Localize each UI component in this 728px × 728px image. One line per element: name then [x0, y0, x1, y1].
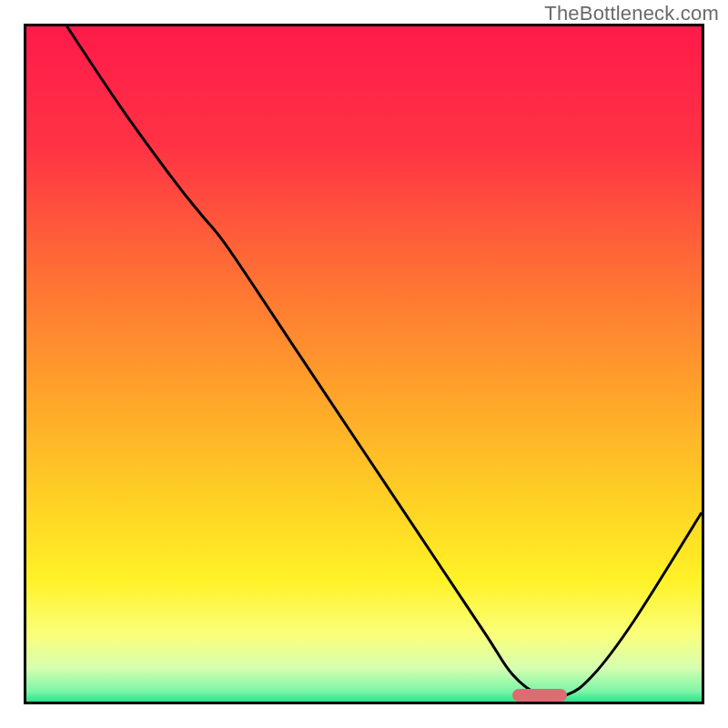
plot-area: [24, 24, 704, 704]
watermark-text: TheBottleneck.com: [544, 2, 719, 25]
bottleneck-curve: [67, 26, 702, 698]
optimal-marker: [512, 689, 566, 702]
curve-layer: [26, 26, 702, 702]
chart-container: TheBottleneck.com: [0, 0, 728, 728]
